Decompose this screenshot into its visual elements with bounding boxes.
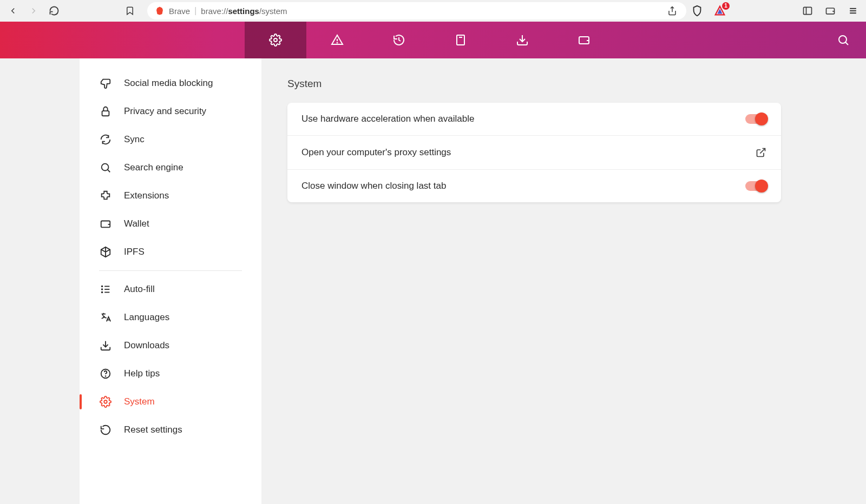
sidebar-item-label: Auto-fill xyxy=(124,283,155,296)
setting-hardware-acceleration: Use hardware acceleration when available xyxy=(287,103,781,136)
sidebar-item-label: Privacy and security xyxy=(124,105,206,118)
sidebar-item-label: Search engine xyxy=(124,161,183,174)
sidebar-divider xyxy=(99,270,242,271)
sidebar-item-extensions[interactable]: Extensions xyxy=(80,182,261,210)
svg-point-23 xyxy=(102,286,103,287)
menu-button[interactable] xyxy=(847,4,860,17)
thumbs-down-icon xyxy=(99,77,112,90)
sidebar-item-label: Wallet xyxy=(124,217,149,230)
sidebar-item-ipfs[interactable]: IPFS xyxy=(80,238,261,266)
settings-header xyxy=(0,22,866,58)
reset-icon xyxy=(99,423,112,436)
svg-line-33 xyxy=(760,149,765,154)
bookmark-button[interactable] xyxy=(123,4,136,17)
search-icon xyxy=(99,161,112,174)
header-tab-bookmarks[interactable] xyxy=(430,22,491,58)
toggle-hardware-acceleration[interactable] xyxy=(745,114,767,124)
main-area: Social media blocking Privacy and securi… xyxy=(0,58,866,504)
header-tab-wallet[interactable] xyxy=(553,22,615,58)
svg-rect-13 xyxy=(457,35,464,45)
header-tab-shields[interactable] xyxy=(306,22,368,58)
svg-point-25 xyxy=(102,289,103,290)
toggle-close-window-last-tab[interactable] xyxy=(745,181,767,191)
sidebar-item-downloads[interactable]: Downloads xyxy=(80,331,261,360)
download-icon xyxy=(516,34,529,47)
setting-label: Close window when closing last tab xyxy=(301,181,446,191)
settings-sidebar: Social media blocking Privacy and securi… xyxy=(80,58,261,504)
sidebar-item-help-tips[interactable]: Help tips xyxy=(80,360,261,388)
header-tab-downloads[interactable] xyxy=(491,22,553,58)
download-icon xyxy=(99,339,112,352)
sidebar-item-label: Reset settings xyxy=(124,423,182,436)
sidebar-item-system[interactable]: System xyxy=(80,388,261,416)
address-bar[interactable]: Brave | brave://settings/system xyxy=(147,2,686,19)
settings-content: System Use hardware acceleration when av… xyxy=(261,58,866,504)
sidebar-item-label: Extensions xyxy=(124,189,169,202)
sidebar-item-label: Help tips xyxy=(124,367,160,380)
search-icon xyxy=(837,34,850,47)
page-title: System xyxy=(287,78,840,90)
cube-icon xyxy=(99,246,112,258)
address-separator: | xyxy=(194,6,196,16)
help-icon xyxy=(99,367,112,380)
brave-logo-icon xyxy=(155,6,165,16)
svg-point-27 xyxy=(102,292,103,293)
wallet-icon xyxy=(99,217,112,230)
gear-icon xyxy=(99,395,112,408)
sidebar-item-wallet[interactable]: Wallet xyxy=(80,210,261,238)
wallet-icon xyxy=(578,34,591,47)
sidebar-item-autofill[interactable]: Auto-fill xyxy=(80,275,261,303)
svg-point-12 xyxy=(337,43,338,43)
wallet-chrome-button[interactable] xyxy=(824,4,837,17)
address-brand: Brave xyxy=(169,6,190,16)
sidebar-item-label: Social media blocking xyxy=(124,77,213,90)
nav-buttons xyxy=(6,4,61,17)
svg-point-32 xyxy=(104,400,107,403)
svg-point-31 xyxy=(106,376,106,376)
sidebar-item-reset-settings[interactable]: Reset settings xyxy=(80,416,261,444)
sidebar-item-label: Downloads xyxy=(124,339,169,352)
header-search-button[interactable] xyxy=(836,32,851,48)
share-button[interactable] xyxy=(666,4,679,17)
svg-point-9 xyxy=(274,38,277,42)
svg-rect-3 xyxy=(804,7,812,14)
sidebar-item-sync[interactable]: Sync xyxy=(80,125,261,154)
setting-label: Open your computer's proxy settings xyxy=(301,147,451,158)
sidebar-item-social-media-blocking[interactable]: Social media blocking xyxy=(80,69,261,97)
chrome-right-icons: 1 xyxy=(691,4,726,17)
browser-toolbar: Brave | brave://settings/system 1 xyxy=(0,0,866,22)
svg-point-20 xyxy=(102,164,109,171)
sidebar-item-label: IPFS xyxy=(124,246,145,258)
setting-close-window-last-tab: Close window when closing last tab xyxy=(287,170,781,202)
sync-icon xyxy=(99,133,112,146)
reload-button[interactable] xyxy=(48,4,61,17)
forward-button[interactable] xyxy=(27,4,40,17)
rewards-button[interactable]: 1 xyxy=(713,4,726,17)
sidebar-item-search-engine[interactable]: Search engine xyxy=(80,154,261,182)
setting-proxy-settings[interactable]: Open your computer's proxy settings xyxy=(287,136,781,170)
warning-triangle-icon xyxy=(331,34,344,47)
sidebar-toggle-button[interactable] xyxy=(801,4,814,17)
list-icon xyxy=(99,283,112,296)
puzzle-icon xyxy=(99,189,112,202)
translate-icon xyxy=(99,311,112,324)
address-url: brave://settings/system xyxy=(201,6,287,16)
external-link-icon xyxy=(755,147,767,158)
header-tabs xyxy=(245,22,615,58)
bookmark-icon xyxy=(454,34,467,47)
svg-rect-19 xyxy=(102,111,109,116)
sidebar-item-privacy-security[interactable]: Privacy and security xyxy=(80,97,261,125)
header-tab-settings[interactable] xyxy=(245,22,306,58)
header-tab-history[interactable] xyxy=(368,22,430,58)
back-button[interactable] xyxy=(6,4,19,17)
svg-point-17 xyxy=(839,36,847,43)
shields-button[interactable] xyxy=(691,4,704,17)
settings-card: Use hardware acceleration when available… xyxy=(287,103,781,202)
setting-label: Use hardware acceleration when available xyxy=(301,114,474,124)
sidebar-item-label: Sync xyxy=(124,133,145,146)
sidebar-item-label: Languages xyxy=(124,311,169,324)
history-icon xyxy=(392,34,405,47)
rewards-badge: 1 xyxy=(722,2,730,10)
window-controls xyxy=(801,4,860,17)
sidebar-item-languages[interactable]: Languages xyxy=(80,303,261,331)
